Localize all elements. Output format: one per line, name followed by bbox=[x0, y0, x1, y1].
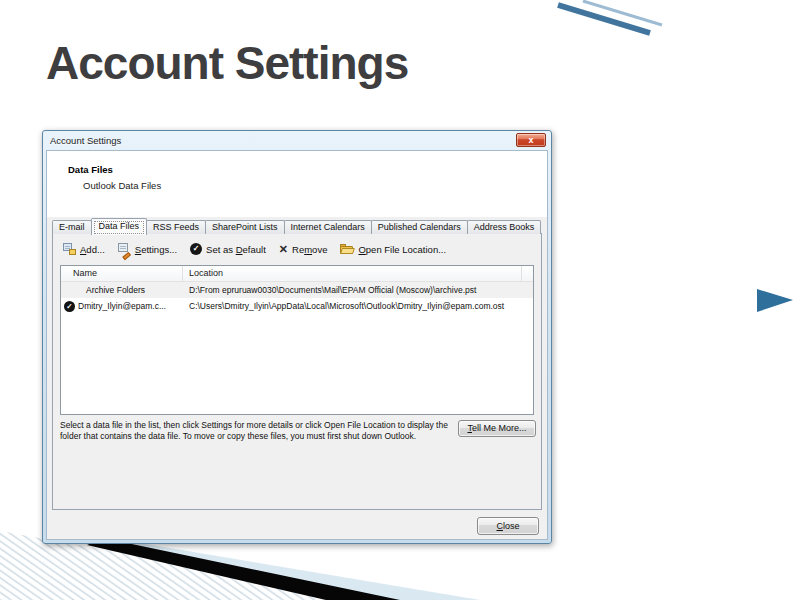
row-name: Archive Folders bbox=[61, 282, 183, 298]
tab-email[interactable]: E-mail bbox=[52, 220, 92, 234]
dialog-body: Data Files Outlook Data Files E-mail Dat… bbox=[46, 150, 548, 540]
dialog-header-subtitle: Outlook Data Files bbox=[83, 180, 547, 191]
open-folder-icon bbox=[340, 244, 354, 254]
tell-me-more-button[interactable]: Tell Me More... bbox=[458, 420, 536, 437]
row-name: Dmitry_Ilyin@epam.c... bbox=[78, 298, 166, 314]
tab-address-books[interactable]: Address Books bbox=[467, 220, 542, 234]
settings-button[interactable]: Settings... bbox=[118, 243, 177, 255]
row-location: D:\From epruruaw0030\Documents\Mail\EPAM… bbox=[183, 282, 533, 298]
toolbar: Add... Settings... ✓ Set as Default ✕ Re… bbox=[53, 234, 541, 255]
remove-button[interactable]: ✕ Remove bbox=[279, 244, 328, 255]
add-button[interactable]: Add... bbox=[63, 243, 105, 255]
remove-label: Remove bbox=[292, 244, 327, 255]
table-row[interactable]: Archive Folders D:\From epruruaw0030\Doc… bbox=[61, 282, 533, 298]
account-settings-dialog: Account Settings x Data Files Outlook Da… bbox=[42, 130, 552, 544]
remove-x-icon: ✕ bbox=[279, 244, 288, 255]
data-files-tab-page: Add... Settings... ✓ Set as Default ✕ Re… bbox=[52, 233, 542, 510]
column-header-name[interactable]: Name bbox=[61, 266, 183, 281]
column-header-location[interactable]: Location bbox=[183, 266, 522, 281]
bottom-black-band bbox=[87, 538, 400, 600]
close-icon[interactable]: x bbox=[516, 133, 546, 147]
data-files-list: Name Location Archive Folders D:\From ep… bbox=[60, 265, 534, 415]
page-title: Account Settings bbox=[46, 36, 408, 90]
add-table-icon bbox=[63, 243, 76, 255]
check-circle-icon: ✓ bbox=[190, 243, 202, 255]
instruction-text: Select a data file in the list, then cli… bbox=[60, 420, 450, 441]
tab-rss-feeds[interactable]: RSS Feeds bbox=[146, 220, 206, 234]
open-file-location-label: Open File Location... bbox=[358, 244, 446, 255]
tab-data-files[interactable]: Data Files bbox=[91, 218, 148, 235]
dialog-title: Account Settings bbox=[50, 135, 516, 146]
tab-internet-calendars[interactable]: Internet Calendars bbox=[284, 220, 372, 234]
dialog-header-title: Data Files bbox=[68, 164, 547, 175]
open-file-location-button[interactable]: Open File Location... bbox=[340, 244, 446, 255]
top-accent-stroke-icon bbox=[558, 5, 650, 33]
add-label: Add... bbox=[80, 244, 105, 255]
tab-published-calendars[interactable]: Published Calendars bbox=[371, 220, 468, 234]
row-location: C:\Users\Dmitry_Ilyin\AppData\Local\Micr… bbox=[183, 298, 533, 314]
close-button[interactable]: Close bbox=[477, 517, 539, 535]
top-accent-stroke2-icon bbox=[583, 1, 662, 25]
set-as-default-button[interactable]: ✓ Set as Default bbox=[190, 243, 266, 255]
column-header-spacer bbox=[522, 266, 533, 281]
tab-sharepoint-lists[interactable]: SharePoint Lists bbox=[205, 220, 285, 234]
set-as-default-label: Set as Default bbox=[206, 244, 266, 255]
settings-table-icon bbox=[118, 243, 131, 255]
bottom-blue-wedge bbox=[110, 538, 480, 600]
dialog-header: Data Files Outlook Data Files bbox=[47, 151, 547, 217]
tab-strip: E-mail Data Files RSS Feeds SharePoint L… bbox=[52, 218, 540, 234]
default-check-icon: ✓ bbox=[64, 301, 75, 312]
dialog-titlebar[interactable]: Account Settings x bbox=[43, 131, 551, 149]
footer-row: Select a data file in the list, then cli… bbox=[60, 420, 536, 441]
right-arrow-icon bbox=[757, 289, 793, 312]
settings-label: Settings... bbox=[135, 244, 177, 255]
table-row[interactable]: ✓ Dmitry_Ilyin@epam.c... C:\Users\Dmitry… bbox=[61, 298, 533, 314]
list-header: Name Location bbox=[61, 266, 533, 282]
